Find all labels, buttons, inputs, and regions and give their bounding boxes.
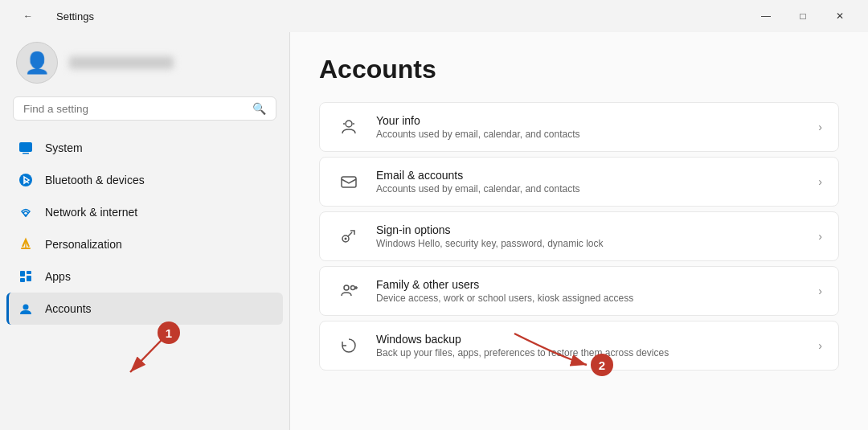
family-title: Family & other users <box>376 278 804 291</box>
setting-card-signin[interactable]: Sign-in options Windows Hello, security … <box>319 211 839 261</box>
maximize-button[interactable]: □ <box>784 3 821 29</box>
email-subtitle: Accounts used by email, calendar, and co… <box>376 183 804 195</box>
setting-card-your-info[interactable]: Your info Accounts used by email, calend… <box>319 102 839 152</box>
network-icon <box>18 204 34 220</box>
email-icon <box>336 169 362 195</box>
svg-point-11 <box>346 121 352 127</box>
annotation-one: 1 <box>158 321 180 344</box>
window-controls: — □ ✕ <box>747 3 858 29</box>
annotation-two: 2 <box>591 354 613 376</box>
sidebar-item-apps[interactable]: Apps <box>6 260 283 293</box>
family-text: Family & other users Device access, work… <box>376 278 804 304</box>
system-icon <box>18 140 34 156</box>
svg-point-3 <box>25 215 27 217</box>
signin-icon <box>336 223 362 249</box>
your-info-subtitle: Accounts used by email, calendar, and co… <box>376 129 804 140</box>
person-icon: 👤 <box>24 51 50 76</box>
bluetooth-icon <box>18 172 34 188</box>
signin-subtitle: Windows Hello, security key, password, d… <box>376 238 804 249</box>
your-info-chevron: › <box>818 121 822 133</box>
your-info-text: Your info Accounts used by email, calend… <box>376 114 804 140</box>
svg-rect-6 <box>20 271 25 276</box>
backup-subtitle: Back up your files, apps, preferences to… <box>376 347 804 358</box>
signin-text: Sign-in options Windows Hello, security … <box>376 223 804 249</box>
sidebar-item-apps-label: Apps <box>45 270 71 283</box>
svg-rect-1 <box>23 153 29 154</box>
svg-rect-7 <box>27 271 31 274</box>
nav-list: System Bluetooth & devices Network & int… <box>0 132 289 430</box>
accounts-icon <box>18 301 34 317</box>
profile-area: 👤 <box>0 32 289 96</box>
sidebar-item-bluetooth[interactable]: Bluetooth & devices <box>6 164 283 196</box>
your-info-icon <box>336 114 362 140</box>
signin-chevron: › <box>818 230 822 243</box>
profile-name <box>69 56 174 69</box>
minimize-button[interactable]: — <box>747 3 784 29</box>
content-area: Accounts Your info Accounts used by emai… <box>290 32 868 430</box>
svg-point-16 <box>345 238 347 240</box>
email-title: Email & accounts <box>376 169 804 182</box>
sidebar-item-accounts[interactable]: Accounts <box>6 293 283 325</box>
sidebar-item-network-label: Network & internet <box>45 206 137 219</box>
search-input[interactable] <box>23 103 246 115</box>
sidebar-item-system[interactable]: System <box>6 132 283 164</box>
app-title: Settings <box>56 10 94 23</box>
sidebar-item-personalization-label: Personalization <box>45 238 122 251</box>
titlebar: ← Settings — □ ✕ <box>0 0 868 32</box>
family-chevron: › <box>818 285 822 297</box>
setting-card-email[interactable]: Email & accounts Accounts used by email,… <box>319 157 839 207</box>
svg-point-18 <box>351 286 355 290</box>
sidebar: 👤 🔍 System Bluetooth & devices <box>0 32 289 430</box>
avatar: 👤 <box>16 42 58 84</box>
main-layout: 👤 🔍 System Bluetooth & devices <box>0 32 868 430</box>
sidebar-item-system-label: System <box>45 141 83 154</box>
svg-rect-9 <box>27 276 31 281</box>
backup-title: Windows backup <box>376 333 804 346</box>
backup-text: Windows backup Back up your files, apps,… <box>376 333 804 358</box>
sidebar-item-accounts-label: Accounts <box>45 302 92 315</box>
setting-card-family[interactable]: Family & other users Device access, work… <box>319 266 839 316</box>
svg-rect-0 <box>19 142 32 152</box>
email-text: Email & accounts Accounts used by email,… <box>376 169 804 195</box>
svg-rect-8 <box>20 278 25 282</box>
svg-point-10 <box>23 305 29 310</box>
svg-point-2 <box>19 174 32 186</box>
sidebar-item-bluetooth-label: Bluetooth & devices <box>45 174 145 186</box>
backup-chevron: › <box>818 339 822 352</box>
search-icon: 🔍 <box>252 102 266 115</box>
your-info-title: Your info <box>376 114 804 127</box>
search-box[interactable]: 🔍 <box>13 96 276 121</box>
email-chevron: › <box>818 175 822 188</box>
page-title: Accounts <box>319 55 839 84</box>
setting-card-backup[interactable]: Windows backup Back up your files, apps,… <box>319 321 839 371</box>
titlebar-left: ← Settings <box>10 3 94 29</box>
family-icon <box>336 278 362 304</box>
back-button[interactable]: ← <box>10 3 47 29</box>
svg-rect-14 <box>342 177 356 187</box>
personalization-icon <box>18 236 34 252</box>
sidebar-item-network[interactable]: Network & internet <box>6 196 283 228</box>
backup-icon <box>336 333 362 358</box>
close-button[interactable]: ✕ <box>821 3 858 29</box>
family-subtitle: Device access, work or school users, kio… <box>376 293 804 304</box>
sidebar-item-personalization[interactable]: Personalization <box>6 228 283 260</box>
signin-title: Sign-in options <box>376 223 804 236</box>
svg-point-17 <box>344 285 349 290</box>
apps-icon <box>18 268 34 285</box>
svg-rect-4 <box>21 248 31 249</box>
